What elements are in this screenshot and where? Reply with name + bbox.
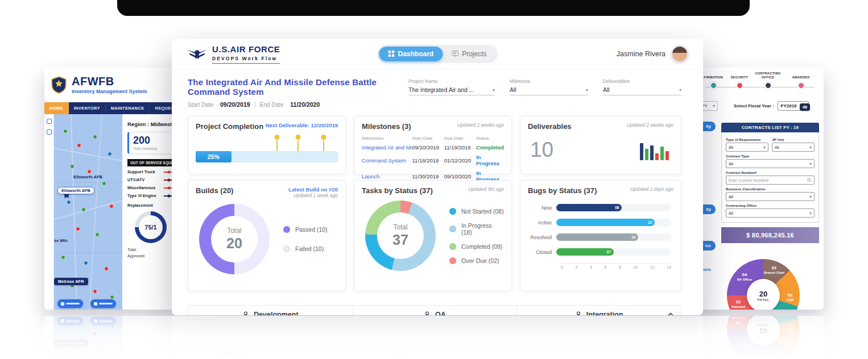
map-pill-melrose[interactable]: Melrose AFR (54, 278, 88, 285)
milestone-pin (297, 140, 299, 151)
user-box: Jasmine Rivera (617, 45, 688, 62)
milestone-pin (323, 140, 324, 151)
legend-dot (449, 243, 456, 250)
notification-badge[interactable]: 48 (800, 103, 810, 111)
type-of-requirement-select[interactable]: All▾ (726, 143, 768, 152)
step-awarded[interactable]: AWARDED (783, 70, 819, 89)
team-section-integration[interactable]: Integration (516, 306, 681, 315)
app-header: U.S.AIR FORCE DEVOPS Work Flow Dashboard… (172, 39, 703, 69)
contracts-donut-center: 20 TOTAL (747, 279, 780, 310)
equipment-legend-row: Type VI Engine (127, 193, 174, 198)
devops-dashboard-window: U.S.AIR FORCE DEVOPS Work Flow Dashboard… (172, 39, 703, 315)
donut-label-awarded: 02Awarded (726, 300, 751, 308)
milestone-status: In Progress (476, 154, 504, 166)
map-pill-base[interactable]: Ellsworth AFB (57, 187, 94, 194)
bugs-axis: 02468101214 (561, 263, 671, 269)
nav-tab-maintenance[interactable]: MAINTENANCE (106, 102, 150, 114)
equipment-legend-title: OUT OF SERVICE EQUIPM (127, 159, 174, 166)
search-icon (807, 178, 812, 182)
bug-row: New08 (528, 204, 673, 211)
next-deliverable-link[interactable]: Next Deliverable: 12/20/2019 (266, 122, 338, 128)
chevron-down-icon: ▾ (809, 161, 812, 166)
person-icon (575, 311, 582, 315)
chevron-down-icon: ▾ (763, 145, 766, 150)
replacement-gauge: 75/1 (135, 211, 167, 243)
updated-label: Updated 2 weeks ago (457, 122, 504, 128)
afwfb-nav: HOME INVENTORY MAINTENANCE REQUEST (44, 102, 179, 114)
business-classification-select[interactable]: All▾ (726, 192, 815, 201)
replacement-gauge-value: 75/1 (139, 215, 163, 239)
team-section-qa[interactable]: QA (353, 306, 517, 315)
mini-bar (666, 151, 669, 160)
bug-value-label: 07 (607, 250, 611, 254)
legend-item: Passed (10) (283, 226, 328, 233)
button-icon (61, 302, 64, 306)
avatar[interactable] (671, 45, 688, 62)
chevron-up-icon[interactable] (667, 313, 674, 316)
rail-tool-icon[interactable] (47, 119, 52, 124)
chevron-down-icon: ▾ (493, 87, 495, 93)
builds-card: Builds (20) Latest Build no #20 Updated … (188, 180, 346, 291)
milestone-name[interactable]: Launch (362, 173, 412, 180)
teams-accordion: Development QA Integration (188, 305, 681, 315)
chevron-down-icon: ▾ (809, 145, 812, 150)
milestones-card: Milestones (3) Updated 2 weeks ago Miles… (354, 116, 512, 174)
map-action-button[interactable] (57, 299, 83, 308)
latest-build-link[interactable]: Latest Build no #20 (288, 186, 338, 193)
button-text-shape (99, 303, 113, 304)
legend-dot (449, 257, 456, 264)
card-title: Deliverables (528, 122, 572, 131)
deliverables-filter[interactable]: Deliverables All▾ (603, 78, 681, 95)
rail-layers-icon[interactable] (47, 130, 52, 135)
milestone-due: 09/10/2020 (444, 173, 476, 180)
approved-line: Approved (127, 253, 174, 259)
milestone-name[interactable]: Command System (362, 157, 412, 164)
nav-tab-inventory[interactable]: INVENTORY (69, 102, 106, 114)
mini-bar (650, 145, 654, 160)
bug-row: Active12 (528, 219, 673, 226)
bug-bar-track: 07 (556, 248, 671, 256)
updated-label: Updated 5m ago (468, 186, 504, 192)
afwfb-right-panel: Region : Midwest 200 Total Inventory OUT… (122, 114, 179, 310)
bug-bar: 07 (556, 248, 614, 256)
field-contract-type: Contract Type All▾ (726, 154, 815, 168)
project-name-filter[interactable]: Project Name The Integrated Air and ...▾ (408, 78, 495, 95)
builds-donut-center: Total 20 (211, 216, 258, 262)
projects-icon (452, 51, 458, 57)
tasks-donut: Total 37 (365, 201, 436, 271)
contract-type-select[interactable]: All▾ (726, 159, 815, 168)
afwfb-shield-logo-icon (51, 76, 67, 94)
bug-category-label: Closed (528, 249, 556, 255)
nav-tab-home[interactable]: HOME (44, 102, 69, 114)
afwfb-title: AFWFB (72, 76, 147, 87)
contracting-office-select[interactable]: All▾ (726, 208, 815, 218)
bug-category-label: Resolved (528, 235, 556, 240)
milestones-table: Milestones Start Date Due Date Status In… (362, 136, 504, 182)
tab-dashboard[interactable]: Dashboard (379, 47, 443, 61)
field-jp-unit: JP Unit All▾ (772, 137, 815, 152)
dashboard-filters: Project Name The Integrated Air and ...▾… (408, 78, 681, 95)
scene: AFWFB Inventory Management System HOME I… (0, 0, 868, 359)
map-action-button[interactable] (90, 299, 116, 308)
project-title-row: The Integrated Air And Missile Defense B… (172, 69, 703, 108)
legend-dot (449, 208, 456, 215)
field-type-of-requirement: Type of Requirement All▾ (726, 137, 768, 152)
card-title: Milestones (3) (362, 122, 411, 131)
afwfb-body: Ellsworth AFB Ellsworth AFB se Mtn Melro… (44, 114, 179, 310)
field-contract-number: Contract Number# (726, 170, 815, 185)
updated-label: Updated 1 week ago (288, 193, 338, 198)
legend-item: Completed (09) (449, 243, 504, 250)
deliverables-count: 10 (530, 139, 553, 160)
contract-number-input[interactable] (729, 178, 807, 182)
tab-projects[interactable]: Projects (443, 47, 495, 61)
equipment-legend-row: UTV/ATV (127, 177, 174, 182)
jp-unit-select[interactable]: All▾ (772, 143, 815, 152)
start-date-value: 09/20/2019 (220, 101, 250, 108)
milestone-filter[interactable]: Milestone All▾ (510, 78, 588, 95)
deliverables-mini-chart (640, 136, 669, 160)
step-dot (710, 82, 717, 89)
step-contracting-office[interactable]: CONTRACTING OFFICE (750, 70, 786, 89)
main-tabs: Dashboard Projects (377, 45, 497, 63)
milestone-name[interactable]: Integrated Air and Missile (362, 144, 412, 151)
team-section-development[interactable]: Development (188, 306, 353, 315)
